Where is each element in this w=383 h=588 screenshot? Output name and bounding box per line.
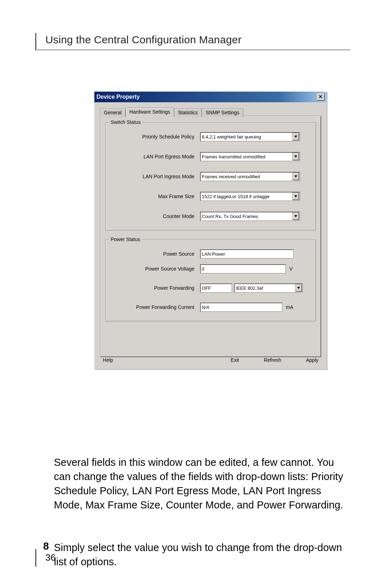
- page-number: 36: [45, 552, 56, 563]
- chevron-down-icon[interactable]: [292, 153, 299, 160]
- power-status-group: Power Status Power Source LAN Power Powe…: [105, 240, 316, 321]
- header-underline: [35, 50, 350, 50]
- counter-label: Counter Mode: [111, 213, 200, 219]
- egress-dropdown[interactable]: Frames transmitted unmodified: [200, 152, 300, 161]
- forwarding-state-field: OFF: [200, 283, 232, 293]
- chevron-down-icon[interactable]: [295, 284, 302, 292]
- maxframe-label: Max Frame Size: [111, 194, 200, 199]
- close-icon[interactable]: ✕: [316, 93, 325, 101]
- power-status-legend: Power Status: [109, 236, 141, 242]
- power-source-field: LAN Power: [200, 249, 294, 258]
- tab-general[interactable]: General: [100, 108, 126, 117]
- maxframe-dropdown[interactable]: 1522 if tagged,or 1518 if untagge: [200, 192, 300, 201]
- footer-rule: [35, 549, 36, 567]
- body-paragraph: Several fields in this window can be edi…: [54, 455, 348, 512]
- maxframe-value: 1522 if tagged,or 1518 if untagge: [202, 194, 270, 199]
- chevron-down-icon[interactable]: [292, 133, 299, 141]
- voltage-field: 0: [200, 264, 286, 273]
- step-text: Simply select the value you wish to chan…: [54, 540, 350, 569]
- chevron-down-icon[interactable]: [292, 192, 299, 200]
- egress-label: LAN Port Egress Mode: [111, 154, 200, 159]
- power-source-value: LAN Power: [202, 251, 225, 257]
- tab-hardware-settings[interactable]: Hardware Settings: [126, 108, 174, 116]
- tab-snmp-settings[interactable]: SNMP Settings: [202, 108, 243, 117]
- chevron-down-icon[interactable]: [292, 173, 299, 180]
- exit-button[interactable]: Exit: [231, 357, 239, 363]
- priority-dropdown[interactable]: 8,4,2,1 weighted fair queuing: [200, 132, 300, 141]
- tab-statistics[interactable]: Statistics: [174, 108, 202, 117]
- priority-value: 8,4,2,1 weighted fair queuing: [202, 134, 261, 140]
- chevron-down-icon[interactable]: [292, 212, 299, 220]
- ingress-value: Frames received unmodified: [202, 174, 260, 179]
- current-unit: mA: [286, 304, 293, 310]
- dialog-titlebar[interactable]: Device Property ✕: [94, 92, 327, 102]
- priority-label: Priority Schedule Policy: [111, 134, 200, 140]
- current-field: N/A: [200, 303, 282, 312]
- dialog-title: Device Property: [96, 94, 140, 100]
- switch-status-group: Switch Status Priority Schedule Policy 8…: [105, 123, 316, 230]
- forwarding-label: Power Forwarding: [111, 285, 200, 291]
- ingress-label: LAN Port Ingress Mode: [111, 174, 200, 179]
- forwarding-dropdown[interactable]: IEEE 802.3af: [234, 283, 303, 293]
- voltage-value: 0: [202, 266, 204, 272]
- voltage-label: Power Source Voltage: [111, 266, 200, 272]
- refresh-button[interactable]: Refresh: [264, 357, 281, 363]
- dialog-button-row: Help Exit Refresh Apply: [100, 357, 321, 366]
- forwarding-standard-value: IEEE 802.3af: [236, 285, 263, 291]
- tab-bar: General Hardware Settings Statistics SNM…: [100, 107, 321, 116]
- voltage-unit: V: [289, 266, 293, 272]
- egress-value: Frames transmitted unmodified: [202, 154, 265, 159]
- counter-value: Count Rx, Tx Good Frames: [202, 214, 258, 219]
- power-source-label: Power Source: [111, 251, 200, 257]
- tab-panel: Switch Status Priority Schedule Policy 8…: [100, 116, 321, 357]
- switch-status-legend: Switch Status: [109, 119, 142, 125]
- current-label: Power Forwarding Current: [111, 304, 200, 310]
- apply-button[interactable]: Apply: [306, 357, 318, 363]
- ingress-dropdown[interactable]: Frames received unmodified: [200, 172, 300, 181]
- step-row: 8 Simply select the value you wish to ch…: [38, 540, 350, 569]
- current-value: N/A: [202, 305, 210, 310]
- help-button[interactable]: Help: [103, 357, 113, 363]
- device-property-dialog: Device Property ✕ General Hardware Setti…: [94, 92, 327, 369]
- page-header: Using the Central Configuration Manager: [45, 34, 242, 46]
- counter-dropdown[interactable]: Count Rx, Tx Good Frames: [200, 212, 300, 221]
- header-rule: [35, 33, 36, 50]
- forwarding-state-value: OFF: [202, 285, 211, 291]
